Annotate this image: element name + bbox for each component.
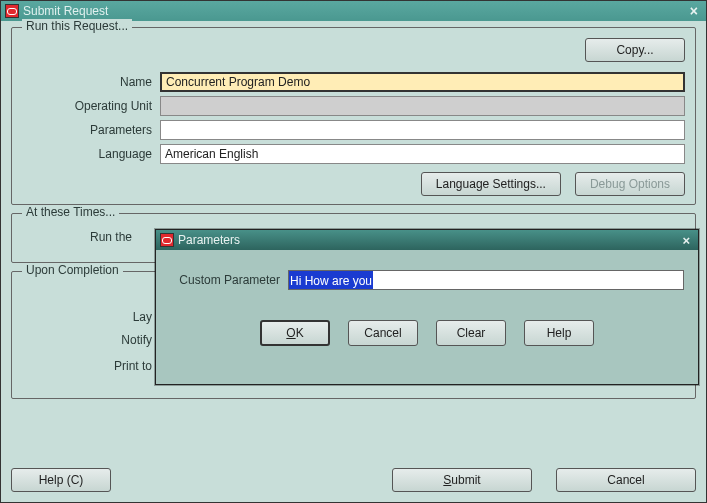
parameters-close-icon[interactable]: × bbox=[678, 233, 694, 248]
language-settings-button[interactable]: Language Settings... bbox=[421, 172, 561, 196]
parameters-titlebar: Parameters × bbox=[156, 230, 698, 250]
oracle-icon bbox=[160, 233, 174, 247]
run-the-label: Run the bbox=[22, 230, 132, 244]
parameters-dialog: Parameters × Custom Parameter Hi How are… bbox=[155, 229, 699, 385]
custom-parameter-input[interactable]: Hi How are you bbox=[288, 270, 684, 290]
custom-parameter-value: Hi How are you bbox=[289, 271, 373, 289]
custom-parameter-label: Custom Parameter bbox=[170, 273, 280, 287]
group-times-title: At these Times... bbox=[22, 205, 119, 219]
submit-button-rest: ubmit bbox=[451, 473, 480, 487]
language-label: Language bbox=[22, 147, 152, 161]
group-run-title: Run this Request... bbox=[22, 19, 132, 33]
ok-button-rest: K bbox=[296, 326, 304, 340]
parameters-label: Parameters bbox=[22, 123, 152, 137]
copy-button[interactable]: Copy... bbox=[585, 38, 685, 62]
operating-unit-label: Operating Unit bbox=[22, 99, 152, 113]
main-titlebar: Submit Request × bbox=[1, 1, 706, 21]
group-completion-title: Upon Completion bbox=[22, 263, 123, 277]
group-run-request: Run this Request... Copy... Name Concurr… bbox=[11, 27, 696, 205]
window-title: Submit Request bbox=[23, 4, 108, 18]
name-label: Name bbox=[22, 75, 152, 89]
operating-unit-field[interactable] bbox=[160, 96, 685, 116]
help-button-label: Help (C) bbox=[39, 473, 84, 487]
help-button[interactable]: Help (C) bbox=[11, 468, 111, 492]
lay-label: Lay bbox=[22, 310, 152, 324]
parameters-field[interactable] bbox=[160, 120, 685, 140]
modal-help-button[interactable]: Help bbox=[524, 320, 594, 346]
cancel-button[interactable]: Cancel bbox=[556, 468, 696, 492]
parameters-title: Parameters bbox=[178, 233, 240, 247]
language-field[interactable]: American English bbox=[160, 144, 685, 164]
notify-label: Notify bbox=[22, 333, 152, 347]
name-field[interactable]: Concurrent Program Demo bbox=[160, 72, 685, 92]
print-to-label: Print to bbox=[22, 359, 152, 373]
close-icon[interactable]: × bbox=[686, 3, 702, 19]
ok-button[interactable]: OK bbox=[260, 320, 330, 346]
clear-button[interactable]: Clear bbox=[436, 320, 506, 346]
submit-button[interactable]: Submit bbox=[392, 468, 532, 492]
modal-cancel-button[interactable]: Cancel bbox=[348, 320, 418, 346]
oracle-icon bbox=[5, 4, 19, 18]
debug-options-button: Debug Options bbox=[575, 172, 685, 196]
